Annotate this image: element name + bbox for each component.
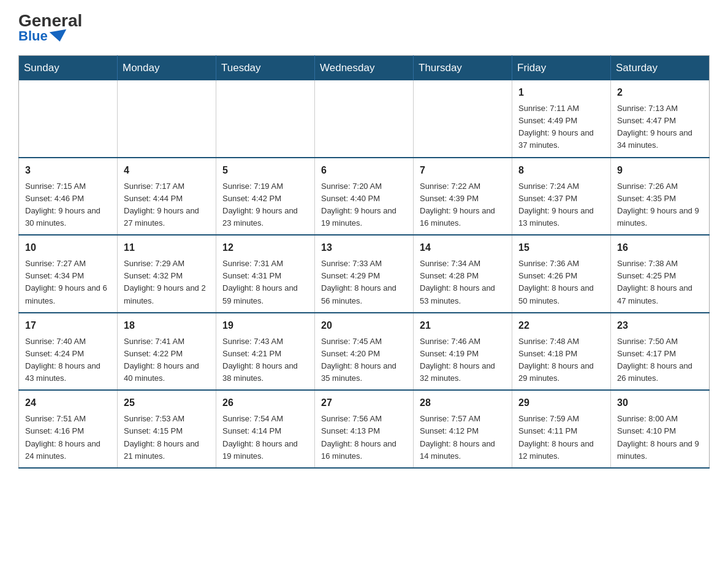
day-info: Sunrise: 7:50 AM Sunset: 4:17 PM Dayligh… — [617, 335, 703, 385]
calendar-cell: 29Sunrise: 7:59 AM Sunset: 4:11 PM Dayli… — [512, 390, 611, 468]
day-number: 10 — [25, 240, 111, 255]
day-number: 13 — [321, 240, 407, 255]
day-number: 9 — [617, 163, 703, 178]
calendar-cell: 28Sunrise: 7:57 AM Sunset: 4:12 PM Dayli… — [414, 390, 512, 468]
day-info: Sunrise: 7:34 AM Sunset: 4:28 PM Dayligh… — [420, 258, 506, 307]
day-number: 8 — [518, 163, 604, 178]
calendar-cell: 19Sunrise: 7:43 AM Sunset: 4:21 PM Dayli… — [216, 313, 315, 391]
weekday-header-wednesday: Wednesday — [315, 56, 414, 81]
logo: General Blue — [18, 12, 82, 43]
weekday-header-monday: Monday — [118, 56, 216, 81]
day-number: 4 — [124, 163, 210, 178]
calendar-week-4: 17Sunrise: 7:40 AM Sunset: 4:24 PM Dayli… — [19, 313, 710, 391]
day-info: Sunrise: 7:13 AM Sunset: 4:47 PM Dayligh… — [617, 102, 703, 152]
day-info: Sunrise: 7:22 AM Sunset: 4:39 PM Dayligh… — [420, 180, 506, 230]
calendar-cell — [118, 80, 216, 158]
day-info: Sunrise: 7:20 AM Sunset: 4:40 PM Dayligh… — [321, 180, 407, 230]
weekday-header-saturday: Saturday — [611, 56, 710, 81]
logo-triangle-icon — [49, 29, 68, 44]
calendar-cell: 20Sunrise: 7:45 AM Sunset: 4:20 PM Dayli… — [315, 313, 414, 391]
day-info: Sunrise: 7:24 AM Sunset: 4:37 PM Dayligh… — [518, 180, 604, 230]
day-info: Sunrise: 7:36 AM Sunset: 4:26 PM Dayligh… — [518, 258, 604, 307]
day-info: Sunrise: 7:57 AM Sunset: 4:12 PM Dayligh… — [420, 413, 506, 462]
calendar-cell — [414, 80, 512, 158]
day-info: Sunrise: 7:27 AM Sunset: 4:34 PM Dayligh… — [25, 258, 111, 307]
calendar-cell: 30Sunrise: 8:00 AM Sunset: 4:10 PM Dayli… — [611, 390, 710, 468]
logo-general-text: General — [18, 12, 82, 29]
weekday-header-thursday: Thursday — [414, 56, 512, 81]
calendar-cell: 23Sunrise: 7:50 AM Sunset: 4:17 PM Dayli… — [611, 313, 710, 391]
day-number: 25 — [124, 396, 210, 410]
day-info: Sunrise: 7:46 AM Sunset: 4:19 PM Dayligh… — [420, 335, 506, 385]
day-number: 18 — [124, 318, 210, 333]
weekday-header-tuesday: Tuesday — [216, 56, 315, 81]
logo-blue-label: Blue — [18, 29, 48, 43]
calendar-cell — [315, 80, 414, 158]
calendar-cell: 21Sunrise: 7:46 AM Sunset: 4:19 PM Dayli… — [414, 313, 512, 391]
page-header: General Blue — [18, 12, 710, 43]
day-number: 16 — [617, 240, 703, 255]
day-number: 15 — [518, 240, 604, 255]
day-number: 14 — [420, 240, 506, 255]
day-info: Sunrise: 7:31 AM Sunset: 4:31 PM Dayligh… — [222, 258, 308, 307]
day-number: 3 — [25, 163, 111, 178]
day-info: Sunrise: 8:00 AM Sunset: 4:10 PM Dayligh… — [617, 413, 703, 462]
calendar-week-5: 24Sunrise: 7:51 AM Sunset: 4:16 PM Dayli… — [19, 390, 710, 468]
weekday-header-sunday: Sunday — [19, 56, 118, 81]
weekday-header-friday: Friday — [512, 56, 611, 81]
day-number: 19 — [222, 318, 308, 333]
day-info: Sunrise: 7:15 AM Sunset: 4:46 PM Dayligh… — [25, 180, 111, 230]
day-number: 7 — [420, 163, 506, 178]
logo-blue-text: Blue — [18, 29, 67, 43]
calendar-cell: 15Sunrise: 7:36 AM Sunset: 4:26 PM Dayli… — [512, 235, 611, 313]
day-info: Sunrise: 7:43 AM Sunset: 4:21 PM Dayligh… — [222, 335, 308, 385]
calendar-cell: 1Sunrise: 7:11 AM Sunset: 4:49 PM Daylig… — [512, 80, 611, 158]
calendar-cell: 5Sunrise: 7:19 AM Sunset: 4:42 PM Daylig… — [216, 158, 315, 236]
calendar-table: SundayMondayTuesdayWednesdayThursdayFrid… — [18, 55, 710, 469]
calendar-cell: 14Sunrise: 7:34 AM Sunset: 4:28 PM Dayli… — [414, 235, 512, 313]
calendar-body: 1Sunrise: 7:11 AM Sunset: 4:49 PM Daylig… — [19, 80, 710, 468]
day-info: Sunrise: 7:53 AM Sunset: 4:15 PM Dayligh… — [124, 413, 210, 462]
calendar-cell: 24Sunrise: 7:51 AM Sunset: 4:16 PM Dayli… — [19, 390, 118, 468]
day-info: Sunrise: 7:59 AM Sunset: 4:11 PM Dayligh… — [518, 413, 604, 462]
day-info: Sunrise: 7:56 AM Sunset: 4:13 PM Dayligh… — [321, 413, 407, 462]
calendar-cell: 6Sunrise: 7:20 AM Sunset: 4:40 PM Daylig… — [315, 158, 414, 236]
day-info: Sunrise: 7:11 AM Sunset: 4:49 PM Dayligh… — [518, 102, 604, 152]
day-number: 23 — [617, 318, 703, 333]
day-info: Sunrise: 7:41 AM Sunset: 4:22 PM Dayligh… — [124, 335, 210, 385]
day-number: 1 — [518, 85, 604, 100]
day-info: Sunrise: 7:38 AM Sunset: 4:25 PM Dayligh… — [617, 258, 703, 307]
day-number: 26 — [222, 396, 308, 410]
calendar-cell: 9Sunrise: 7:26 AM Sunset: 4:35 PM Daylig… — [611, 158, 710, 236]
day-info: Sunrise: 7:40 AM Sunset: 4:24 PM Dayligh… — [25, 335, 111, 385]
calendar-cell: 17Sunrise: 7:40 AM Sunset: 4:24 PM Dayli… — [19, 313, 118, 391]
calendar-cell: 2Sunrise: 7:13 AM Sunset: 4:47 PM Daylig… — [611, 80, 710, 158]
day-number: 12 — [222, 240, 308, 255]
day-number: 5 — [222, 163, 308, 178]
calendar-cell: 18Sunrise: 7:41 AM Sunset: 4:22 PM Dayli… — [118, 313, 216, 391]
calendar-cell: 10Sunrise: 7:27 AM Sunset: 4:34 PM Dayli… — [19, 235, 118, 313]
day-number: 11 — [124, 240, 210, 255]
day-info: Sunrise: 7:54 AM Sunset: 4:14 PM Dayligh… — [222, 413, 308, 462]
calendar-header: SundayMondayTuesdayWednesdayThursdayFrid… — [19, 56, 710, 81]
day-info: Sunrise: 7:51 AM Sunset: 4:16 PM Dayligh… — [25, 413, 111, 462]
weekday-header-row: SundayMondayTuesdayWednesdayThursdayFrid… — [19, 56, 710, 81]
calendar-cell: 4Sunrise: 7:17 AM Sunset: 4:44 PM Daylig… — [118, 158, 216, 236]
calendar-week-3: 10Sunrise: 7:27 AM Sunset: 4:34 PM Dayli… — [19, 235, 710, 313]
day-number: 17 — [25, 318, 111, 333]
day-number: 28 — [420, 396, 506, 410]
day-number: 20 — [321, 318, 407, 333]
day-number: 30 — [617, 396, 703, 410]
calendar-cell: 16Sunrise: 7:38 AM Sunset: 4:25 PM Dayli… — [611, 235, 710, 313]
day-number: 29 — [518, 396, 604, 410]
day-info: Sunrise: 7:33 AM Sunset: 4:29 PM Dayligh… — [321, 258, 407, 307]
day-number: 24 — [25, 396, 111, 410]
calendar-cell: 12Sunrise: 7:31 AM Sunset: 4:31 PM Dayli… — [216, 235, 315, 313]
day-info: Sunrise: 7:48 AM Sunset: 4:18 PM Dayligh… — [518, 335, 604, 385]
day-number: 27 — [321, 396, 407, 410]
day-number: 2 — [617, 85, 703, 100]
day-info: Sunrise: 7:26 AM Sunset: 4:35 PM Dayligh… — [617, 180, 703, 230]
calendar-cell — [216, 80, 315, 158]
calendar-cell: 11Sunrise: 7:29 AM Sunset: 4:32 PM Dayli… — [118, 235, 216, 313]
calendar-cell: 25Sunrise: 7:53 AM Sunset: 4:15 PM Dayli… — [118, 390, 216, 468]
